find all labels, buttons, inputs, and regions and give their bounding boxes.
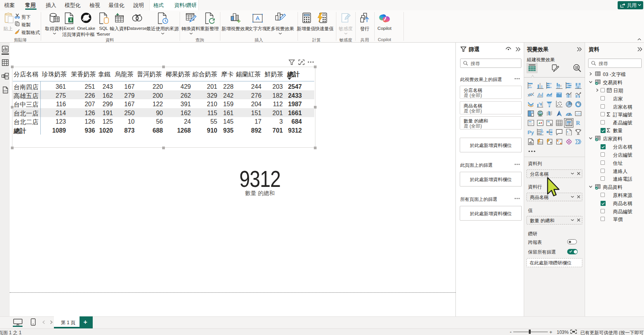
svg-text:123: 123 [576,112,581,115]
svg-text:R: R [576,120,580,126]
svg-text:Py: Py [528,130,534,135]
